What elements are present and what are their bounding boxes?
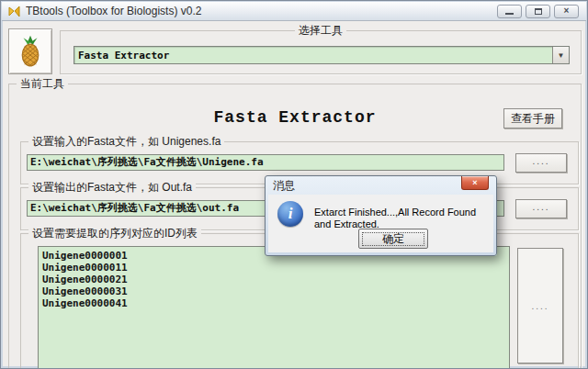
minimize-icon <box>505 13 514 15</box>
dialog-body: i Extarct Finished...,All Record Found a… <box>268 195 493 252</box>
input-browse-button[interactable]: .... <box>515 153 567 173</box>
dialog-message: Extarct Finished...,All Record Found and… <box>314 207 490 230</box>
view-manual-button[interactable]: 查看手册 <box>503 108 562 129</box>
window-title: TBtools (Toolbox for Biologists) v0.2 <box>26 5 497 17</box>
message-dialog: 消息 × i Extarct Finished...,All Record Fo… <box>265 175 497 256</box>
input-fasta-field[interactable]: E:\weichat\序列挑选\Fa文件挑选\Unigene.fa <box>27 154 504 171</box>
id-list-line: Unigene0000041 <box>42 297 505 309</box>
app-window: TBtools (Toolbox for Biologists) v0.2 × … <box>0 0 588 369</box>
minimize-button[interactable] <box>497 5 522 18</box>
id-list-legend: 设置需要提取的序列对应的ID列表 <box>28 227 201 240</box>
window-controls: × <box>497 5 579 18</box>
input-fasta-legend: 设置输入的Fasta文件，如 Unigenes.fa <box>28 135 224 148</box>
titlebar[interactable]: TBtools (Toolbox for Biologists) v0.2 × <box>2 2 586 21</box>
ok-button-label: 确定 <box>362 232 424 246</box>
dialog-close-icon: × <box>472 179 477 187</box>
tool-combobox[interactable]: Fasta Extractor ▼ <box>74 46 570 64</box>
tool-selector-group: 选择工具 Fasta Extractor ▼ <box>60 30 582 74</box>
tool-combobox-value: Fasta Extractor <box>74 50 552 62</box>
id-list-line: Unigene0000011 <box>42 262 505 274</box>
dialog-titlebar[interactable]: 消息 × <box>266 176 496 195</box>
id-list-line: Unigene0000021 <box>42 274 505 285</box>
app-logo-icon <box>7 5 21 18</box>
close-icon: × <box>564 6 570 16</box>
chevron-down-icon[interactable]: ▼ <box>552 47 569 63</box>
current-tool-legend: 当前工具 <box>17 77 68 90</box>
dialog-close-button[interactable]: × <box>461 176 489 190</box>
close-button[interactable]: × <box>554 5 579 18</box>
tool-selector-legend: 选择工具 <box>295 24 346 37</box>
pineapple-logo-button[interactable] <box>8 28 52 74</box>
tool-heading: Fasta Extractor <box>9 108 581 127</box>
id-list-textarea[interactable]: Unigene0000001 Unigene0000011 Unigene000… <box>38 246 510 369</box>
output-browse-button[interactable]: .... <box>515 199 567 218</box>
id-list-browse-button[interactable]: .... <box>517 248 563 363</box>
maximize-icon <box>535 8 542 15</box>
dialog-title: 消息 <box>273 178 295 194</box>
maximize-button[interactable] <box>526 5 550 18</box>
id-list-line: Unigene0000031 <box>42 285 505 297</box>
pineapple-icon <box>17 33 44 71</box>
output-fasta-legend: 设置输出的Fasta文件，如 Out.fa <box>28 181 196 194</box>
ok-button[interactable]: 确定 <box>358 229 428 249</box>
info-icon: i <box>277 201 303 227</box>
